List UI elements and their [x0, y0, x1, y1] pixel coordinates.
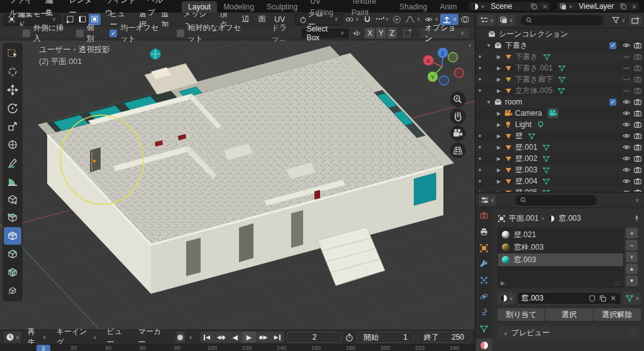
play-reverse-button[interactable]: ◀: [228, 332, 242, 343]
hide-eye-closed-icon[interactable]: [622, 75, 631, 84]
workspace-tab-shading[interactable]: Shading: [393, 1, 433, 13]
timeline-ruler[interactable]: 20 40 60 80 100 120 140 160 180 200 220 …: [0, 344, 475, 351]
properties-editor-type-dropdown[interactable]: ∨: [479, 194, 496, 206]
remove-slot-button[interactable]: −: [626, 240, 638, 250]
collection-checkbox[interactable]: ✓: [609, 42, 616, 49]
next-keyframe-button[interactable]: ◆▶: [256, 332, 270, 343]
tool-measure[interactable]: [4, 172, 21, 190]
tool-annotate[interactable]: [4, 154, 21, 172]
hide-eye-icon[interactable]: [622, 98, 631, 106]
outliner-row-mesh[interactable]: ▶ 壁.001: [475, 142, 644, 153]
pan-hand-button[interactable]: [450, 109, 466, 125]
workspace-tab-texture-paint[interactable]: Texture Paint: [345, 0, 393, 18]
pin-icon[interactable]: [633, 214, 641, 223]
tool-rotate[interactable]: [4, 99, 21, 117]
menu-face[interactable]: 面: [254, 14, 270, 25]
tab-object-data[interactable]: [475, 323, 492, 335]
current-frame-field[interactable]: 2: [287, 332, 342, 343]
outliner-row-mesh[interactable]: ▶ 壁.003: [475, 164, 644, 176]
gizmo-neg-z-ball[interactable]: [440, 76, 449, 86]
render-visibility-icon[interactable]: [633, 143, 642, 152]
outliner-row-mesh[interactable]: ▶ 下書き.001: [475, 62, 644, 74]
tool-knife[interactable]: [4, 282, 21, 299]
render-visibility-icon[interactable]: [633, 120, 642, 129]
copy-material-icon[interactable]: [599, 294, 607, 303]
expander-icon[interactable]: ▶: [494, 88, 503, 94]
breadcrumb-data[interactable]: 窓.003: [558, 213, 580, 224]
scene-unlink-icon[interactable]: [540, 3, 550, 10]
unlink-material-icon[interactable]: [609, 294, 617, 302]
tool-scale[interactable]: [4, 118, 21, 135]
workspace-tab-uv-editing[interactable]: UV Editing: [304, 0, 345, 18]
snap-corners-icon[interactable]: [401, 28, 414, 39]
mirror-y-button[interactable]: Y: [376, 28, 386, 38]
expander-icon[interactable]: ▶: [494, 156, 503, 162]
jump-to-end-button[interactable]: ▶: [270, 332, 284, 343]
tool-select-box[interactable]: [4, 45, 21, 62]
hide-eye-icon[interactable]: [622, 109, 631, 118]
outliner-row-collection-room[interactable]: ▼ room ✓: [475, 96, 644, 108]
expander-icon[interactable]: ▶: [494, 65, 503, 71]
expander-icon[interactable]: ▶: [494, 77, 503, 82]
tab-object[interactable]: [475, 242, 492, 254]
scene-name[interactable]: Scene: [487, 2, 528, 11]
browse-material-dropdown[interactable]: ∨: [497, 292, 515, 304]
current-frame-marker[interactable]: 2: [36, 345, 50, 351]
checkbox-individual[interactable]: 個別: [76, 23, 99, 44]
expander-icon[interactable]: ▶: [494, 179, 503, 184]
menu-file[interactable]: ファイル: [4, 0, 40, 19]
breadcrumb-object[interactable]: 平面.001: [509, 213, 538, 224]
menu-help[interactable]: ヘルプ: [142, 0, 172, 19]
new-collection-button[interactable]: [629, 14, 642, 26]
collapse-sidebar-arrow[interactable]: ‹: [469, 40, 471, 50]
tool-loop-cut[interactable]: [4, 264, 21, 281]
expander-icon[interactable]: ▶: [494, 133, 503, 139]
properties-options-dropdown[interactable]: ∨: [635, 198, 639, 203]
grip-dots-icon[interactable]: ::::: [614, 280, 621, 286]
camera-view-button[interactable]: [450, 126, 466, 142]
grip-dots-icon[interactable]: ::::: [630, 330, 636, 336]
hide-eye-closed-icon[interactable]: [622, 64, 631, 72]
tool-move[interactable]: [4, 81, 21, 99]
outliner-row-camera[interactable]: ▶ Camera: [475, 108, 644, 119]
render-visibility-icon[interactable]: [633, 177, 642, 186]
workspace-tab-animation[interactable]: Anim: [433, 1, 463, 13]
viewlayer-icon[interactable]: ∨: [557, 3, 575, 11]
tool-cursor[interactable]: [4, 63, 21, 81]
hide-eye-icon[interactable]: [622, 177, 631, 186]
hide-eye-icon[interactable]: [622, 120, 631, 129]
material-slot[interactable]: 壁.021: [498, 228, 623, 241]
menu-edit[interactable]: 編集: [40, 0, 63, 19]
tool-bevel[interactable]: [4, 245, 21, 263]
mirror-x-button[interactable]: X: [365, 28, 375, 38]
outliner-display-mode-dropdown[interactable]: ∨: [478, 14, 496, 26]
workspace-tab-sculpting[interactable]: Sculpting: [260, 1, 304, 13]
jump-to-start-button[interactable]: ◀: [200, 332, 214, 343]
workspace-tab-modeling[interactable]: Modeling: [217, 1, 260, 13]
auto-keying-button[interactable]: [175, 332, 185, 343]
viewlayer-name[interactable]: ViewLayer: [575, 2, 618, 11]
render-visibility-icon[interactable]: [633, 41, 642, 50]
checkbox-inset-outside[interactable]: 外側に挿入: [23, 23, 65, 44]
outliner-filter-id-dropdown[interactable]: ∨: [497, 14, 515, 26]
mirror-z-button[interactable]: Z: [387, 28, 397, 38]
outliner-row-mesh[interactable]: ▶ 立方体.005: [475, 85, 644, 96]
workspace-tab-layout[interactable]: Layout: [182, 1, 217, 13]
checkbox-relative-offset[interactable]: 相対的なオフセット: [177, 23, 246, 44]
outliner-row-mesh[interactable]: ▶ 壁: [475, 130, 644, 142]
overlays-icon[interactable]: [458, 14, 471, 25]
timeline-editor-type-dropdown[interactable]: ∨: [4, 332, 21, 343]
falloff-dropdown[interactable]: ∨: [403, 14, 422, 25]
outliner-row-collection[interactable]: ▼ 下書き ✓: [475, 40, 644, 51]
zoom-button[interactable]: [450, 92, 466, 108]
tab-material[interactable]: [475, 338, 492, 351]
outliner-row-scene-collection[interactable]: シーンコレクション: [475, 28, 644, 40]
expander-icon[interactable]: ▶: [494, 122, 503, 128]
expander-icon[interactable]: ▼: [484, 43, 493, 48]
render-visibility-icon[interactable]: [633, 165, 642, 174]
tool-transform[interactable]: [4, 136, 21, 153]
hide-eye-icon[interactable]: [622, 165, 631, 174]
viewlayer-copy-icon[interactable]: [618, 3, 629, 10]
tab-constraints[interactable]: [475, 306, 492, 319]
render-visibility-icon[interactable]: [633, 98, 642, 106]
